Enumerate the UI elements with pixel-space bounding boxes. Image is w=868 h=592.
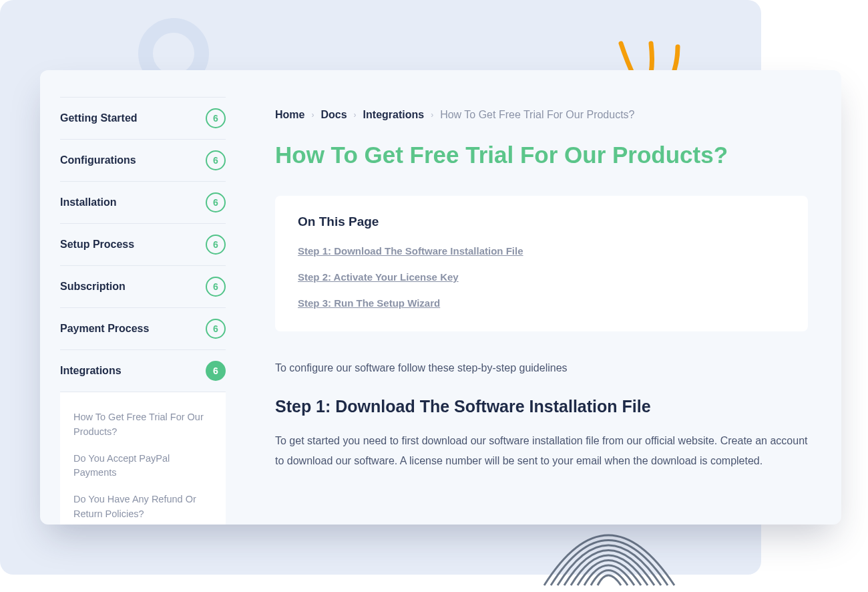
- sidebar-item-count-badge: 6: [206, 235, 226, 255]
- toc-link-step-3[interactable]: Step 3: Run The Setup Wizard: [298, 297, 785, 309]
- chevron-right-icon: ›: [354, 110, 357, 120]
- sidebar-item-label: Integrations: [60, 365, 122, 377]
- sidebar-sub-item[interactable]: How To Get Free Trial For Our Products?: [73, 404, 212, 446]
- sidebar-item-getting-started[interactable]: Getting Started 6: [60, 97, 226, 139]
- sidebar-item-setup-process[interactable]: Setup Process 6: [60, 223, 226, 265]
- sidebar-item-integrations[interactable]: Integrations 6: [60, 349, 226, 392]
- sidebar-item-label: Installation: [60, 196, 116, 208]
- sidebar-item-count-badge: 6: [206, 192, 226, 212]
- sidebar-item-count-badge: 6: [206, 361, 226, 381]
- breadcrumb-integrations[interactable]: Integrations: [363, 109, 425, 121]
- sidebar-item-label: Payment Process: [60, 323, 149, 335]
- chevron-right-icon: ›: [431, 110, 433, 120]
- section-heading-step-1: Step 1: Download The Software Installati…: [275, 397, 808, 416]
- sidebar-item-installation[interactable]: Installation 6: [60, 181, 226, 223]
- breadcrumb-docs[interactable]: Docs: [320, 109, 347, 121]
- breadcrumb-home[interactable]: Home: [275, 109, 304, 121]
- sidebar: Getting Started 6 Configurations 6 Insta…: [40, 70, 226, 525]
- content-card: Getting Started 6 Configurations 6 Insta…: [40, 70, 841, 525]
- page-title: How To Get Free Trial For Our Products?: [275, 141, 808, 169]
- sidebar-item-count-badge: 6: [206, 108, 226, 128]
- sidebar-item-label: Subscription: [60, 281, 126, 293]
- toc-list: Step 1: Download The Software Installati…: [298, 245, 785, 309]
- sidebar-item-count-badge: 6: [206, 150, 226, 170]
- toc-link-step-1[interactable]: Step 1: Download The Software Installati…: [298, 245, 785, 257]
- sidebar-item-label: Getting Started: [60, 112, 138, 124]
- sidebar-category-list: Getting Started 6 Configurations 6 Insta…: [60, 97, 226, 392]
- sidebar-item-payment-process[interactable]: Payment Process 6: [60, 307, 226, 349]
- sidebar-sub-item[interactable]: Do You Accept PayPal Payments: [73, 446, 212, 487]
- sidebar-item-configurations[interactable]: Configurations 6: [60, 139, 226, 181]
- intro-paragraph: To configure our software follow these s…: [275, 362, 808, 374]
- sidebar-item-subscription[interactable]: Subscription 6: [60, 265, 226, 307]
- toc-link-step-2[interactable]: Step 2: Activate Your License Key: [298, 271, 785, 283]
- sidebar-item-label: Setup Process: [60, 239, 134, 251]
- sidebar-sub-list: How To Get Free Trial For Our Products? …: [60, 392, 226, 525]
- sidebar-item-count-badge: 6: [206, 277, 226, 297]
- breadcrumb-current: How To Get Free Trial For Our Products?: [440, 109, 634, 121]
- sidebar-sub-item[interactable]: Do You Have Any Refund Or Return Policie…: [73, 486, 212, 525]
- section-body-step-1: To get started you need to first downloa…: [275, 431, 808, 470]
- chevron-right-icon: ›: [311, 110, 314, 120]
- main-content: Home › Docs › Integrations › How To Get …: [226, 70, 841, 525]
- sidebar-item-label: Configurations: [60, 154, 136, 166]
- table-of-contents: On This Page Step 1: Download The Softwa…: [275, 196, 808, 331]
- sidebar-item-count-badge: 6: [206, 319, 226, 339]
- toc-heading: On This Page: [298, 214, 785, 229]
- breadcrumb: Home › Docs › Integrations › How To Get …: [275, 109, 808, 121]
